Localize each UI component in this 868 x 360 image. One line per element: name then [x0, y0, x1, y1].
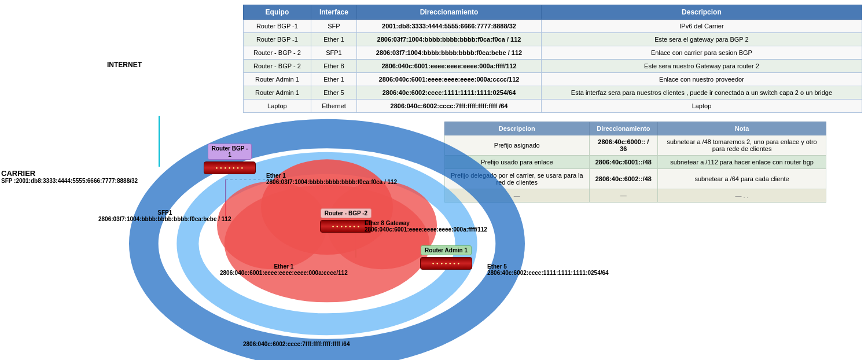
internet-label: INTERNET	[107, 61, 142, 69]
bgp1-ether1-label: Ether 1 2806:03f7:1004:bbbb:bbbb:bbbb:f0…	[266, 172, 397, 185]
carrier-label: CARRIER SFP :2001:db8:3333:4444:5555:666…	[1, 169, 138, 184]
table-row: Prefijo asignado2806:40c:6000:: / 36subn…	[445, 135, 826, 156]
router-admin1-img	[420, 257, 472, 270]
cell-descripcion: Enlace con nuestro proveedor	[541, 73, 862, 86]
sec-cell-dir: —	[589, 189, 658, 203]
svg-point-8	[187, 163, 466, 325]
table-row: Prefijo delegado por el carrier, se usar…	[445, 169, 826, 189]
table-row: Prefijo usado para enlace2806:40c:6001::…	[445, 156, 826, 169]
sec-cell-nota: subnetear a /112 para hacer enlace con r…	[658, 156, 826, 169]
cell-descripcion: Esta interfaz sera para nuestros cliente…	[541, 86, 862, 100]
sec-cell-nota: subnetear a /64 para cada cliente	[658, 169, 826, 189]
cell-descripcion: Este sera nuestro Gateway para router 2	[541, 60, 862, 73]
internet-node: INTERNET	[107, 64, 142, 69]
sec-cell-dir: 2806:40c:6002::/48	[589, 169, 658, 189]
router-bgp2-label: Router - BGP -2	[321, 208, 372, 218]
router-admin1-label: Router Admin 1	[421, 245, 472, 255]
sec-cell-desc: Prefijo usado para enlace	[445, 156, 590, 169]
network-diagram: INTERNET CARRIER SFP :2001:db8:3333:4444…	[0, 0, 440, 360]
admin1-ether5-label: Ether 5 2806:40c:6002:cccc:1111:1111:111…	[487, 263, 609, 276]
secondary-prefix-table: Descripcion Direccionamiento Nota Prefij…	[444, 122, 826, 203]
cell-descripcion: Enlace con carrier para sesion BGP	[541, 46, 862, 60]
router-bgp1-label: Router BGP -1	[208, 144, 252, 160]
sec-cell-nota: subnetear a /48 tomaremos 2, uno para en…	[658, 135, 826, 156]
sec-cell-desc: Prefijo asignado	[445, 135, 590, 156]
router-bgp1: Router BGP -1	[204, 144, 256, 174]
sec-cell-desc: Prefijo delegado por el carrier, se usar…	[445, 169, 590, 189]
cell-descripcion: IPv6 del Carrier	[541, 20, 862, 33]
svg-point-9	[225, 185, 430, 303]
sec-cell-dir: 2806:40c:6001::/48	[589, 156, 658, 169]
sec-col-desc: Descripcion	[445, 122, 590, 135]
svg-point-10	[217, 181, 327, 269]
sec-cell-desc: —	[445, 189, 590, 203]
col-header-descripcion: Descripcion	[541, 5, 862, 20]
laptop-svg	[468, 354, 868, 360]
sec-col-dir: Direccionamiento	[589, 122, 658, 135]
table-row: ——— . .	[445, 189, 826, 203]
bgp2-sfp1-label: SFP1 2806:03f7:1004:bbbb:bbbb:bbbb:f0ca:…	[98, 210, 231, 222]
sec-col-nota: Nota	[658, 122, 826, 135]
sec-cell-nota: — . .	[658, 189, 826, 203]
bgp2-ether8-label: Ether 8 Gateway 2806:040c:6001:eeee:eeee…	[365, 220, 487, 233]
admin1-ether1-label: Ether 1 2806:040c:6001:eeee:eeee:eeee:00…	[220, 263, 348, 276]
router-admin1: Router Admin 1	[420, 245, 472, 270]
sec-cell-dir: 2806:40c:6000:: / 36	[589, 135, 658, 156]
cell-descripcion: Laptop	[541, 100, 862, 113]
cell-descripcion: Este sera el gateway para BGP 2	[541, 33, 862, 46]
router-bgp1-img	[204, 161, 256, 174]
laptop-addr-label: 2806:040c:6002:cccc:7fff:ffff:ffff:ffff …	[243, 341, 350, 347]
